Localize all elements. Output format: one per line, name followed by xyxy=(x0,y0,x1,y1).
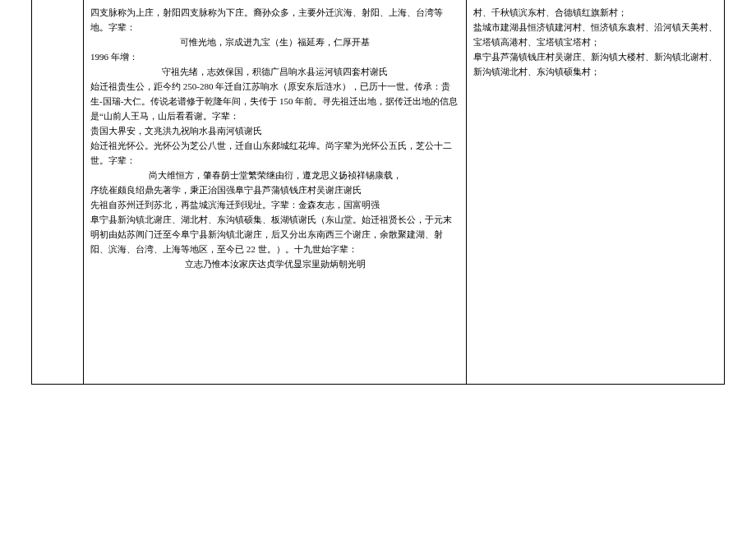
column-empty-left xyxy=(32,0,84,384)
paragraph: 阜宁县芦蒲镇钱庄村吴谢庄、新沟镇大楼村、新沟镇北谢村、新沟镇湖北村、东沟镇硕集村… xyxy=(473,49,717,79)
paragraph: 村、千秋镇滨东村、合德镇红旗新村； xyxy=(473,5,717,20)
centered-line: 尚大维恒方，肇春荫士堂繁荣继由衍，遵龙思义扬祯祥锡康载， xyxy=(90,168,459,182)
paragraph: 序统崔颇良绍鼎先著学，秉正治国强阜宁县芦蒲镇钱庄村吴谢庄谢氏 xyxy=(90,182,459,197)
column-right-text: 村、千秋镇滨东村、合德镇红旗新村； 盐城市建湖县恒济镇建河村、恒济镇东袁村、沿河… xyxy=(467,0,724,384)
paragraph: 先祖自苏州迁到苏北，再盐城滨海迁到现址。字辈：金森友志，国富明强 xyxy=(90,197,459,212)
paragraph: 始迁祖贵生公，距今约 250-280 年迁自江苏响水（原安东后涟水），已历十一世… xyxy=(90,79,459,123)
table-frame: 四支脉称为上庄，射阳四支脉称为下庄。裔孙众多，主要外迁滨海、射阳、上海、台湾等地… xyxy=(31,0,725,385)
paragraph: 贵国大界安，文兆洪九祝响水县南河镇谢氏 xyxy=(90,123,459,138)
column-main-text: 四支脉称为上庄，射阳四支脉称为下庄。裔孙众多，主要外迁滨海、射阳、上海、台湾等地… xyxy=(84,0,467,384)
paragraph: 1996 年增： xyxy=(90,49,459,64)
centered-line: 立志乃惟本汝家庆达贞学优显宗里勋炳朝光明 xyxy=(90,256,459,271)
paragraph: 阜宁县新沟镇北谢庄、湖北村、东沟镇硕集、板湖镇谢氏（东山堂。始迁祖贤长公，于元末… xyxy=(90,212,459,256)
document-page: 四支脉称为上庄，射阳四支脉称为下庄。裔孙众多，主要外迁滨海、射阳、上海、台湾等地… xyxy=(0,0,756,535)
paragraph: 始迁祖光怀公。光怀公为芝公八世，迁自山东郯城红花埠。尚字辈为光怀公五氏，芝公十二… xyxy=(90,138,459,168)
paragraph: 盐城市建湖县恒济镇建河村、恒济镇东袁村、沿河镇天美村、宝塔镇高港村、宝塔镇宝塔村… xyxy=(473,20,717,49)
paragraph: 四支脉称为上庄，射阳四支脉称为下庄。裔孙众多，主要外迁滨海、射阳、上海、台湾等地… xyxy=(90,5,459,35)
centered-line: 可惟光地，宗成进九宝（生）福延寿，仁厚开基 xyxy=(90,35,459,49)
centered-line: 守祖先绪，志效保国，积德广昌响水县运河镇四套村谢氏 xyxy=(90,64,459,79)
